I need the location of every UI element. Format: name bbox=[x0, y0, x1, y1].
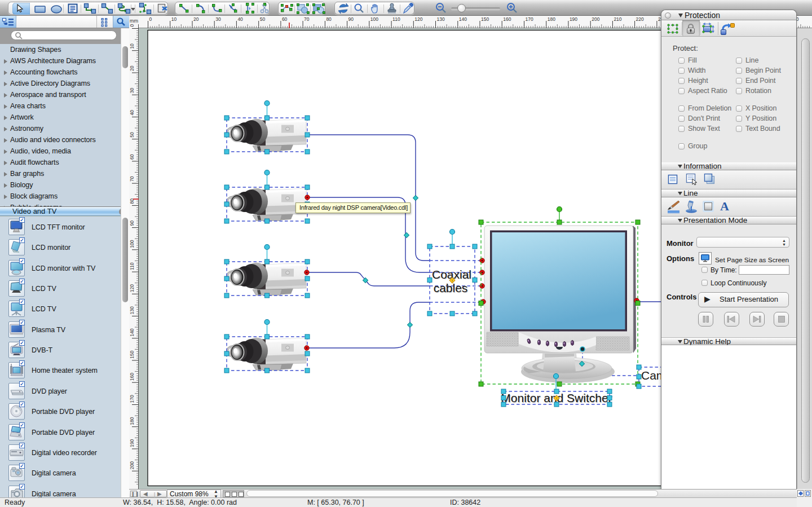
svg-text:210: 210 bbox=[614, 16, 621, 22]
svg-text:180: 180 bbox=[548, 16, 555, 22]
svg-text:T: T bbox=[555, 397, 558, 400]
svg-text:130: 130 bbox=[437, 16, 445, 22]
svg-text:120: 120 bbox=[129, 284, 135, 292]
svg-text:20: 20 bbox=[193, 16, 199, 22]
svg-text:200: 200 bbox=[129, 461, 135, 469]
svg-text:190: 190 bbox=[570, 16, 577, 22]
svg-text:170: 170 bbox=[526, 16, 533, 22]
svg-text:60: 60 bbox=[129, 154, 135, 160]
svg-text:0: 0 bbox=[129, 24, 135, 27]
svg-text:80: 80 bbox=[326, 16, 332, 22]
svg-text:130: 130 bbox=[129, 306, 135, 314]
svg-text:100: 100 bbox=[129, 240, 135, 248]
svg-text:40: 40 bbox=[129, 110, 135, 116]
svg-text:0: 0 bbox=[149, 16, 152, 22]
svg-text:10: 10 bbox=[129, 43, 135, 49]
svg-text:cables: cables bbox=[434, 281, 468, 294]
svg-text:30: 30 bbox=[215, 16, 221, 22]
svg-text:140: 140 bbox=[459, 16, 467, 22]
svg-text:160: 160 bbox=[129, 373, 135, 381]
svg-text:90: 90 bbox=[129, 221, 135, 226]
svg-text:150: 150 bbox=[129, 351, 135, 359]
svg-text:100: 100 bbox=[370, 16, 378, 22]
svg-text:220: 220 bbox=[636, 16, 644, 22]
svg-text:120: 120 bbox=[414, 16, 422, 22]
svg-text:50: 50 bbox=[129, 132, 135, 138]
svg-text:30: 30 bbox=[129, 87, 135, 93]
svg-text:40: 40 bbox=[237, 16, 243, 22]
svg-text:70: 70 bbox=[129, 176, 135, 182]
svg-text:160: 160 bbox=[503, 16, 511, 22]
svg-text:150: 150 bbox=[481, 16, 489, 22]
svg-text:70: 70 bbox=[304, 16, 310, 22]
svg-text:50: 50 bbox=[260, 16, 266, 22]
svg-text:200: 200 bbox=[592, 16, 599, 22]
svg-text:110: 110 bbox=[129, 262, 135, 270]
svg-text:170: 170 bbox=[129, 395, 135, 403]
svg-text:90: 90 bbox=[348, 16, 354, 22]
svg-text:20: 20 bbox=[129, 65, 135, 71]
svg-text:60: 60 bbox=[282, 16, 288, 22]
svg-text:10: 10 bbox=[171, 16, 177, 22]
svg-text:140: 140 bbox=[129, 328, 135, 336]
svg-text:190: 190 bbox=[129, 439, 135, 447]
svg-text:180: 180 bbox=[129, 417, 135, 425]
svg-text:T: T bbox=[451, 279, 453, 283]
svg-text:110: 110 bbox=[392, 16, 400, 22]
